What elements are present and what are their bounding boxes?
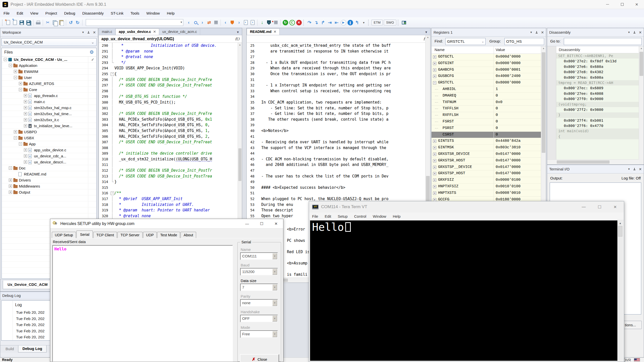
teraterm-menu-edit[interactable]: Edit (325, 214, 331, 218)
serial-parity-select[interactable]: none▼ (240, 299, 278, 307)
serial-baud-select[interactable]: 115200▼ (240, 268, 278, 276)
received-sent-data-area[interactable]: Hello (52, 245, 233, 362)
step-over-icon[interactable]: ↷ (306, 19, 313, 26)
line-number[interactable]: 51 (247, 190, 257, 196)
previous-bookmark-icon[interactable]: ‹ (222, 19, 229, 26)
next-document-icon[interactable] (249, 19, 256, 26)
line-number[interactable]: 29 (247, 65, 257, 71)
tree-item-readme-md[interactable]: README.md (2, 171, 96, 177)
tree-item-stm32u5xx-hal-time[interactable]: +cstm32u5xx_hal_time... (2, 111, 96, 117)
download-to-flash-icon[interactable]: ↓ (266, 19, 272, 26)
find-register-select[interactable]: GRSTCTL⌄ (445, 38, 486, 45)
hercules-tab-about[interactable]: About (181, 232, 196, 238)
expand-icon[interactable]: + (433, 146, 436, 149)
hercules-tab-serial[interactable]: Serial (76, 231, 93, 238)
menu-edit[interactable]: Edit (17, 11, 23, 15)
expand-icon[interactable]: + (14, 70, 17, 73)
menu-tools[interactable]: Tools (131, 11, 139, 15)
hercules-tab-tcp-client[interactable]: TCP Client (93, 232, 117, 238)
line-number[interactable]: 314 (99, 179, 110, 185)
close-icon[interactable]: ✕ (541, 30, 544, 34)
line-number[interactable]: 40 (247, 128, 257, 134)
breakpoints-list-icon[interactable] (272, 19, 279, 26)
collapse-icon[interactable]: − (433, 81, 436, 84)
serial-mode-select[interactable]: Free▼ (240, 330, 278, 338)
collapse-icon[interactable]: − (4, 58, 7, 61)
line-number[interactable]: 30 (247, 71, 257, 77)
serial-handshake-select[interactable]: OFF▼ (240, 315, 278, 322)
line-number[interactable]: 304 (99, 122, 110, 128)
function-list-icon[interactable] (212, 19, 219, 26)
line-number[interactable]: 42 (247, 139, 257, 145)
disassembly-horizontal-scrollbar[interactable] (547, 159, 639, 164)
window-layout-icon[interactable] (401, 19, 407, 26)
next-bookmark-icon[interactable]: › (236, 19, 242, 26)
register-row-psrst[interactable]: PSRST0 (432, 125, 541, 132)
expand-icon[interactable]: + (24, 94, 27, 97)
register-row-gintsts[interactable]: +GINTSTS0x4480'842a (432, 138, 541, 145)
teraterm-menu-file[interactable]: File (312, 214, 318, 218)
collapse-icon[interactable]: − (9, 64, 12, 67)
scroll-up-arrow[interactable]: ▲ (425, 36, 430, 38)
chevron-down-icon[interactable]: ▼ (272, 253, 277, 259)
maximize-button[interactable] (615, 0, 629, 9)
line-number[interactable]: 308 (99, 145, 110, 151)
line-number[interactable]: 305 (99, 128, 110, 134)
line-number[interactable]: 32 (247, 82, 257, 88)
line-number[interactable]: 53 (247, 202, 257, 208)
line-number[interactable]: 317 (99, 196, 110, 202)
scrollbar-thumb[interactable] (557, 160, 610, 164)
line-number[interactable]: 35 (247, 100, 257, 105)
etm-button[interactable]: ETM (371, 20, 383, 25)
panel-menu-icon[interactable]: ▼ (628, 31, 630, 34)
chevron-down-icon[interactable]: ▼ (272, 269, 277, 275)
serial-data-size-select[interactable]: 7▼ (240, 284, 278, 291)
line-number[interactable]: 298 (99, 88, 110, 94)
go-icon[interactable]: ▶ (340, 19, 347, 26)
line-number[interactable]: 39 (247, 122, 257, 128)
line-number[interactable]: 25 (247, 43, 257, 49)
collapse-icon[interactable]: − (9, 166, 12, 170)
teraterm-menu-help[interactable]: Help (393, 214, 401, 218)
close-icon[interactable]: ✕ (93, 30, 96, 34)
tree-item-output[interactable]: +Output (2, 189, 96, 195)
tree-item-usbx[interactable]: −USBX (2, 135, 96, 141)
register-row-gahbcfg[interactable]: +GAHBCFG0x0000'0001 (432, 67, 541, 73)
register-row-hnptxfsiz[interactable]: +HNPTXFSIZ0x0010'0100 (432, 184, 541, 190)
expand-icon[interactable]: + (24, 160, 27, 164)
disassembly-body[interactable]: Disassembly SET_BIT(RCC->AHB2ENR1, Pe0x8… (547, 46, 639, 159)
line-number[interactable]: 319 (99, 207, 110, 213)
tree-item-ux-device-descri[interactable]: +cux_device_descri... (2, 159, 96, 165)
expand-icon[interactable]: + (24, 106, 27, 109)
scroll-up-arrow[interactable]: ▲ (541, 47, 546, 50)
teraterm-terminal[interactable]: Hello (310, 220, 617, 361)
line-number[interactable]: 44 (247, 151, 257, 156)
function-list-icon[interactable]: f() (235, 37, 239, 41)
close-icon[interactable]: ✕ (639, 30, 642, 34)
close-icon[interactable]: ✕ (639, 167, 642, 171)
teraterm-menu-control[interactable]: Control (354, 214, 366, 218)
dropdown-icon[interactable]: ▾ (360, 19, 367, 26)
minimize-button[interactable]: — (582, 205, 586, 209)
collapse-icon[interactable]: − (14, 136, 17, 140)
line-number[interactable]: 301 (99, 105, 110, 111)
serial-name-select[interactable]: COM111▼ (240, 252, 278, 260)
tree-item-drivers[interactable]: +Drivers (2, 177, 96, 183)
minimize-button[interactable] (600, 0, 615, 9)
expand-icon[interactable]: + (24, 118, 27, 121)
line-number[interactable]: 27 (247, 54, 257, 60)
navigate-backward-forward-icon[interactable]: ⇄ (206, 19, 212, 26)
tab-debug-log[interactable]: Debug Log (18, 345, 46, 352)
line-number[interactable]: 310 (99, 156, 110, 162)
menu-debug[interactable]: Debug (64, 11, 75, 15)
register-row-gusbcfg[interactable]: +GUSBCFG0x4000'2400 (432, 73, 541, 80)
toolbar-search-input[interactable] (86, 19, 183, 26)
expand-icon[interactable]: + (24, 112, 27, 115)
expand-icon[interactable]: + (19, 82, 22, 85)
name-column-header[interactable]: Name (435, 48, 445, 52)
line-number[interactable]: 33 (247, 88, 257, 94)
stop-debugging-icon[interactable]: ↰ (354, 19, 360, 26)
line-number[interactable]: 307 (99, 139, 110, 145)
register-row-gotgint[interactable]: +GOTGINT0x0000'0000 (432, 60, 541, 67)
register-row-grstctl[interactable]: −GRSTCTL0x8000'0000 (432, 80, 541, 86)
